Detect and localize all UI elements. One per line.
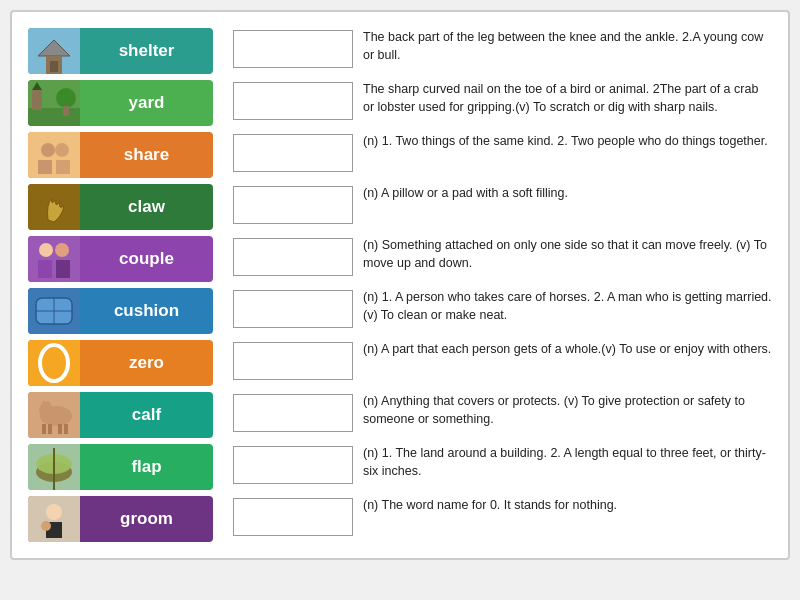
definition-row-4: (n) Something attached on only one side … <box>233 236 772 282</box>
word-list: shelteryardshareclawcouplecushionzerocal… <box>28 28 213 542</box>
definition-list: The back part of the leg between the kne… <box>233 28 772 542</box>
svg-rect-5 <box>28 108 80 126</box>
svg-rect-9 <box>63 106 69 116</box>
word-image-couple <box>28 236 80 282</box>
main-container: shelteryardshareclawcouplecushionzerocal… <box>10 10 790 560</box>
word-image-yard <box>28 80 80 126</box>
word-item-share: share <box>28 132 213 178</box>
word-image-zero <box>28 340 80 386</box>
svg-point-41 <box>46 504 62 520</box>
word-image-groom <box>28 496 80 542</box>
word-item-shelter: shelter <box>28 28 213 74</box>
word-item-flap: flap <box>28 444 213 490</box>
svg-point-18 <box>55 243 69 257</box>
word-image-claw <box>28 184 80 230</box>
word-item-zero: zero <box>28 340 213 386</box>
word-label-groom: groom <box>80 509 213 529</box>
definition-row-3: (n) A pillow or a pad with a soft fillin… <box>233 184 772 230</box>
word-item-couple: couple <box>28 236 213 282</box>
answer-input-7[interactable] <box>233 394 353 432</box>
word-image-cushion <box>28 288 80 334</box>
svg-point-12 <box>55 143 69 157</box>
answer-input-5[interactable] <box>233 290 353 328</box>
svg-rect-13 <box>38 160 52 174</box>
answer-input-0[interactable] <box>233 30 353 68</box>
svg-point-17 <box>39 243 53 257</box>
answer-input-8[interactable] <box>233 446 353 484</box>
answer-input-4[interactable] <box>233 238 353 276</box>
answer-input-2[interactable] <box>233 134 353 172</box>
svg-rect-20 <box>56 260 70 278</box>
word-item-claw: claw <box>28 184 213 230</box>
word-label-couple: couple <box>80 249 213 269</box>
definition-text-0: The back part of the leg between the kne… <box>363 28 772 64</box>
definition-row-0: The back part of the leg between the kne… <box>233 28 772 74</box>
definition-row-7: (n) Anything that covers or protects. (v… <box>233 392 772 438</box>
definition-row-9: (n) The word name for 0. It stands for n… <box>233 496 772 542</box>
svg-rect-10 <box>28 132 80 178</box>
definition-text-7: (n) Anything that covers or protects. (v… <box>363 392 772 428</box>
svg-rect-6 <box>32 90 42 110</box>
definition-text-2: (n) 1. Two things of the same kind. 2. T… <box>363 132 772 150</box>
svg-rect-34 <box>58 424 62 434</box>
word-label-cushion: cushion <box>80 301 213 321</box>
definition-row-1: The sharp curved nail on the toe of a bi… <box>233 80 772 126</box>
word-label-zero: zero <box>80 353 213 373</box>
word-label-yard: yard <box>80 93 213 113</box>
definition-row-6: (n) A part that each person gets of a wh… <box>233 340 772 386</box>
word-item-groom: groom <box>28 496 213 542</box>
svg-rect-3 <box>50 61 58 72</box>
definition-text-9: (n) The word name for 0. It stands for n… <box>363 496 772 514</box>
answer-input-3[interactable] <box>233 186 353 224</box>
svg-rect-14 <box>56 160 70 174</box>
answer-input-1[interactable] <box>233 82 353 120</box>
svg-rect-32 <box>42 424 46 434</box>
word-item-calf: calf <box>28 392 213 438</box>
definition-text-4: (n) Something attached on only one side … <box>363 236 772 272</box>
svg-rect-16 <box>28 236 80 282</box>
word-item-yard: yard <box>28 80 213 126</box>
word-image-shelter <box>28 28 80 74</box>
definition-text-1: The sharp curved nail on the toe of a bi… <box>363 80 772 116</box>
word-label-share: share <box>80 145 213 165</box>
svg-rect-35 <box>64 424 68 434</box>
svg-point-8 <box>56 88 76 108</box>
word-image-flap <box>28 444 80 490</box>
definition-row-2: (n) 1. Two things of the same kind. 2. T… <box>233 132 772 178</box>
svg-point-11 <box>41 143 55 157</box>
definition-text-5: (n) 1. A person who takes care of horses… <box>363 288 772 324</box>
svg-point-31 <box>45 401 51 411</box>
word-image-calf <box>28 392 80 438</box>
definition-row-5: (n) 1. A person who takes care of horses… <box>233 288 772 334</box>
svg-point-43 <box>41 521 51 531</box>
word-label-calf: calf <box>80 405 213 425</box>
definition-text-6: (n) A part that each person gets of a wh… <box>363 340 772 358</box>
word-item-cushion: cushion <box>28 288 213 334</box>
answer-input-6[interactable] <box>233 342 353 380</box>
definition-text-3: (n) A pillow or a pad with a soft fillin… <box>363 184 772 202</box>
word-label-flap: flap <box>80 457 213 477</box>
answer-input-9[interactable] <box>233 498 353 536</box>
svg-rect-33 <box>48 424 52 434</box>
definition-row-8: (n) 1. The land around a building. 2. A … <box>233 444 772 490</box>
definition-text-8: (n) 1. The land around a building. 2. A … <box>363 444 772 480</box>
word-label-shelter: shelter <box>80 41 213 61</box>
word-label-claw: claw <box>80 197 213 217</box>
svg-rect-19 <box>38 260 52 278</box>
word-image-share <box>28 132 80 178</box>
